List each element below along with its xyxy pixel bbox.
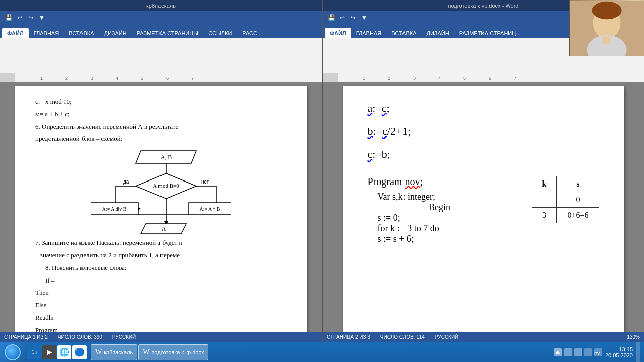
undo-icon[interactable]: ↩ [15,13,24,22]
svg-text:A mod B=0: A mod B=0 [153,183,179,189]
svg-text:6: 6 [166,76,169,81]
taskbar-running-apps: W кр8паскаль W подготовка к кр.docx [89,344,550,360]
taskbar-icon-chrome[interactable]: 🌐 [57,345,71,359]
left-ruler: 1 2 3 4 5 6 7 [0,73,322,82]
left-line1: c:= x mod 10; [35,97,287,107]
table-cell-k1: 3 [532,208,557,223]
svg-text:A:= A * B: A:= A * B [200,206,220,212]
taskbar-app-icons: 🗂 ▶ 🌐 🔵 [25,345,89,359]
tray-icon-volume[interactable] [574,348,582,356]
left-doc-area[interactable]: c:= x mod 10; s:= a + b + c; 6. Определи… [0,82,322,332]
left-titlebar: кр8паскаль [0,0,322,11]
tray-icon-2[interactable] [564,348,572,356]
clock-time: 13:15 [605,346,633,352]
taskbar-icon-ie[interactable]: 🔵 [72,345,87,359]
save-icon[interactable]: 💾 [4,13,13,22]
right-tab-insert[interactable]: ВСТАВКА [386,28,421,38]
left-tab-more[interactable]: РАСС... [237,28,267,38]
svg-marker-48 [555,350,560,354]
left-tab-refs[interactable]: ССЫЛКИ [203,28,237,38]
svg-text:2: 2 [388,76,390,81]
left-title-text: кр8паскаль [146,3,176,9]
table-cell-k0 [532,192,557,208]
right-s-line: s := 0; [378,213,512,223]
right-for-line: for k := 3 to 7 do [378,223,512,234]
system-tray: РУ 13:15 20.05.2020 [550,342,644,363]
left-tab-home[interactable]: ГЛАВНАЯ [29,28,64,38]
left-page-status: СТРАНИЦА 1 ИЗ 2 [4,334,48,340]
left-tab-insert[interactable]: ВСТАВКА [64,28,99,38]
right-code-b4: /2+1; [387,125,411,137]
webcam-overlay [569,0,644,56]
left-lang-status: РУССКИЙ [112,334,136,340]
right-tab-file[interactable]: ФАЙЛ [325,28,351,38]
svg-text:да: да [123,179,129,185]
left-keyword-program: Program [35,325,287,332]
left-ribbon-tabs: ФАЙЛ ГЛАВНАЯ ВСТАВКА ДИЗАЙН РАЗМЕТКА СТР… [0,24,322,38]
right-undo-icon[interactable]: ↩ [338,13,347,22]
taskbar-icon-explorer[interactable]: 🗂 [27,345,41,359]
svg-text:A: A [162,225,166,232]
left-tab-file[interactable]: ФАЙЛ [2,28,29,38]
svg-text:A, B: A, B [160,154,172,161]
right-status-right: 130% [627,334,640,340]
right-code-b: b [368,125,373,137]
right-redo-icon[interactable]: ↪ [349,13,358,22]
table-row-1: 0 [532,192,599,208]
left-words-status: ЧИСЛО СЛОВ: 390 [58,334,102,340]
right-tab-home[interactable]: ГЛАВНАЯ [351,28,386,38]
svg-text:5: 5 [463,76,466,81]
svg-text:1: 1 [363,76,365,81]
right-s2-line: s := s + 6; [378,234,512,244]
right-save-icon[interactable]: 💾 [327,13,336,22]
tray-icon-1[interactable] [554,348,562,356]
redo-icon[interactable]: ↪ [26,13,35,22]
table-cell-s1: 0+6=6 [557,208,599,223]
right-customize-icon[interactable]: ▼ [360,13,369,22]
svg-rect-35 [323,73,338,82]
taskbar-word-left[interactable]: W кр8паскаль [91,344,137,360]
word-icon-left: W [95,348,102,356]
right-page-status: СТРАНИЦА 2 ИЗ 3 [327,334,370,340]
left-doc-page: c:= x mod 10; s:= a + b + c; 6. Определи… [15,86,307,332]
left-tab-design[interactable]: ДИЗАЙН [99,28,131,38]
left-keyword-if: If – [45,276,287,286]
flowchart: A, B A mod B=0 да [35,148,287,234]
svg-text:3: 3 [91,76,93,81]
svg-text:7: 7 [191,76,194,81]
right-status-bar: СТРАНИЦА 2 ИЗ 3 ЧИСЛО СЛОВ: 114 РУССКИЙ … [323,332,644,342]
tray-icons: РУ [554,348,602,356]
windows-orb[interactable] [5,344,21,360]
right-ruler: 1 2 3 4 5 6 7 [323,73,644,82]
left-task6b: представленной блок – схемой: [35,134,287,144]
tray-icon-lang[interactable]: РУ [594,348,602,356]
right-doc-area[interactable]: a:=c; b:=c/2+1; c:=b; Program no [323,82,644,332]
right-var-line: Var s,k: integer; [378,192,512,202]
left-word-window: кр8паскаль 💾 ↩ ↪ ▼ ФАЙЛ ГЛАВНАЯ ВСТАВКА … [0,0,322,342]
right-code-a3: c [382,102,387,114]
table-cell-s0: 0 [557,192,599,208]
svg-point-45 [592,2,621,20]
system-clock: 13:15 20.05.2020 [605,346,633,358]
right-code-a2: := [372,102,382,114]
taskbar-word-right[interactable]: W подготовка к кр.docx [138,344,208,360]
right-lang-status: РУССКИЙ [435,334,458,340]
left-task8: 8. Пояснить ключевые слова: [45,263,287,274]
left-line2: s:= a + b + c; [35,109,287,120]
right-tab-layout[interactable]: РАЗМЕТКА СТРАНИЦ... [454,28,526,38]
tray-icon-network[interactable] [584,348,592,356]
taskbar: 🗂 ▶ 🌐 🔵 W кр8паскаль W подготовка к кр.d… [0,342,644,362]
webcam-video [570,0,644,56]
right-doc-page: a:=c; b:=c/2+1; c:=b; Program no [343,86,624,332]
left-keyword-readln: Readln [35,313,287,323]
right-tab-design[interactable]: ДИЗАЙН [421,28,454,38]
customize-icon[interactable]: ▼ [37,13,46,22]
zoom-level: 130% [627,334,640,340]
start-button[interactable] [0,342,25,363]
taskbar-icon-media[interactable]: ▶ [42,345,56,359]
right-code-c2: :=b; [372,148,390,160]
left-tab-layout[interactable]: РАЗМЕТКА СТРАНИЦЫ [132,28,203,38]
show-desktop-button[interactable] [636,342,640,363]
left-qat: 💾 ↩ ↪ ▼ [0,11,322,24]
right-title-text: подготовка к кр.docx - Word [448,3,519,9]
